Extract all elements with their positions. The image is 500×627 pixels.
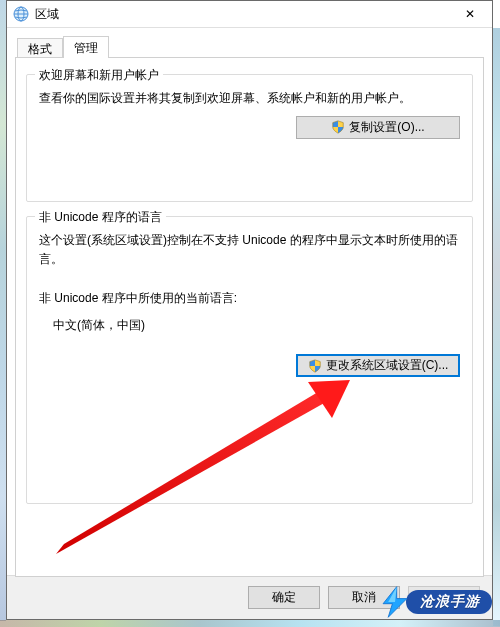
- cancel-label: 取消: [352, 589, 376, 606]
- cancel-button[interactable]: 取消: [328, 586, 400, 609]
- group-welcome: 欢迎屏幕和新用户帐户 查看你的国际设置并将其复制到欢迎屏幕、系统帐户和新的用户帐…: [26, 74, 473, 202]
- tab-admin[interactable]: 管理: [63, 36, 109, 58]
- region-dialog: 区域 ✕ 格式 管理 欢迎屏幕和新用户帐户 查看你的国际设置并将其复制到欢迎屏幕…: [6, 0, 493, 620]
- ok-button[interactable]: 确定: [248, 586, 320, 609]
- close-button[interactable]: ✕: [447, 1, 492, 27]
- group-welcome-desc: 查看你的国际设置并将其复制到欢迎屏幕、系统帐户和新的用户帐户。: [39, 89, 460, 108]
- tab-panel-admin: 欢迎屏幕和新用户帐户 查看你的国际设置并将其复制到欢迎屏幕、系统帐户和新的用户帐…: [15, 57, 484, 577]
- change-system-locale-label: 更改系统区域设置(C)...: [326, 357, 449, 374]
- uac-shield-icon: [308, 359, 322, 373]
- titlebar: 区域 ✕: [7, 1, 492, 28]
- dialog-button-bar: 确定 取消 应用(A): [7, 575, 492, 619]
- window-title: 区域: [35, 6, 447, 23]
- change-system-locale-button[interactable]: 更改系统区域设置(C)...: [296, 354, 460, 377]
- ok-label: 确定: [272, 589, 296, 606]
- group-nonunicode-title: 非 Unicode 程序的语言: [35, 209, 166, 226]
- globe-icon: [13, 6, 29, 22]
- group-nonunicode: 非 Unicode 程序的语言 这个设置(系统区域设置)控制在不支持 Unico…: [26, 216, 473, 504]
- group-nonunicode-desc: 这个设置(系统区域设置)控制在不支持 Unicode 的程序中显示文本时所使用的…: [39, 231, 460, 268]
- tab-format[interactable]: 格式: [17, 38, 63, 57]
- tabstrip: 格式 管理: [15, 36, 484, 57]
- copy-settings-button[interactable]: 复制设置(O)...: [296, 116, 460, 139]
- dialog-body: 格式 管理 欢迎屏幕和新用户帐户 查看你的国际设置并将其复制到欢迎屏幕、系统帐户…: [7, 28, 492, 575]
- tab-admin-label: 管理: [74, 40, 98, 57]
- apply-button: 应用(A): [408, 586, 480, 609]
- uac-shield-icon: [331, 120, 345, 134]
- group-welcome-title: 欢迎屏幕和新用户帐户: [35, 67, 163, 84]
- apply-label: 应用(A): [424, 589, 464, 606]
- tab-format-label: 格式: [28, 41, 52, 58]
- close-icon: ✕: [465, 7, 475, 21]
- copy-settings-label: 复制设置(O)...: [349, 119, 424, 136]
- current-language-value: 中文(简体，中国): [39, 317, 460, 334]
- current-language-heading: 非 Unicode 程序中所使用的当前语言:: [39, 290, 460, 307]
